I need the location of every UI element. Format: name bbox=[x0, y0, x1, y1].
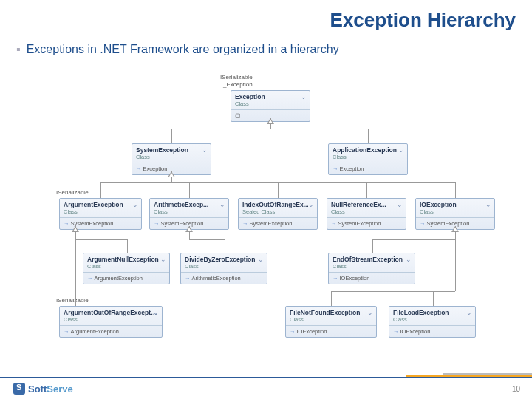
class-kind: Class bbox=[60, 316, 162, 326]
class-name: ArithmeticExcep... bbox=[150, 199, 228, 208]
chevron-icon: ⌄ bbox=[258, 256, 264, 263]
chevron-icon: ⌄ bbox=[485, 201, 491, 208]
chevron-icon: ⌄ bbox=[398, 146, 404, 154]
class-base: →IOException bbox=[286, 326, 376, 337]
label-iserializable-top: ISerializable bbox=[220, 74, 253, 81]
connector bbox=[59, 296, 75, 296]
class-kind: Class bbox=[329, 263, 415, 273]
box-argument-out-of-range: ⌄ ArgumentOutOfRangeException Class →Arg… bbox=[59, 306, 163, 338]
slide-title: Exception Hierarchy bbox=[330, 9, 516, 32]
connector bbox=[225, 239, 225, 253]
label-exception-underscore: _Exception bbox=[223, 81, 253, 88]
connector bbox=[366, 182, 367, 198]
page-number: 10 bbox=[512, 385, 520, 393]
class-base: →IOException bbox=[329, 273, 415, 284]
class-name: NullReferenceEx... bbox=[327, 199, 406, 208]
class-kind: Class bbox=[389, 316, 475, 326]
connector bbox=[331, 291, 455, 292]
box-application-exception: ⌄ ApplicationException Class →Exception bbox=[328, 143, 408, 175]
box-arithmetic-exception: ⌄ ArithmeticExcep... Class →SystemExcept… bbox=[149, 198, 229, 230]
arrowhead-icon bbox=[185, 226, 193, 232]
chevron-icon: ⌄ bbox=[308, 201, 314, 208]
brand-logo-text: SoftServe bbox=[28, 383, 73, 395]
brand-logo-icon bbox=[13, 383, 25, 395]
class-base: →Exception bbox=[329, 163, 407, 174]
connector bbox=[331, 291, 332, 306]
chevron-icon: ⌄ bbox=[160, 256, 166, 263]
slide-footer: SoftServe bbox=[0, 377, 532, 399]
box-file-load: ⌄ FileLoadException Class →IOException bbox=[389, 306, 476, 338]
connector bbox=[455, 239, 456, 291]
chevron-icon: ⌄ bbox=[397, 201, 403, 208]
box-argument-exception: ⌄ ArgumentException Class →SystemExcepti… bbox=[59, 198, 142, 230]
bullet-text: Exceptions in .NET Framework are organiz… bbox=[27, 43, 339, 55]
brand-logo: SoftServe bbox=[13, 383, 73, 395]
chevron-icon: ⌄ bbox=[202, 146, 208, 154]
class-kind: Class bbox=[329, 154, 407, 163]
class-base: →ArgumentException bbox=[83, 273, 169, 284]
arrowhead-icon bbox=[168, 171, 175, 177]
class-kind: Class bbox=[132, 154, 211, 163]
box-index-out-of-range: ⌄ IndexOutOfRangeEx... Sealed Class →Sys… bbox=[238, 198, 318, 230]
class-kind: Class bbox=[60, 208, 141, 218]
box-system-exception: ⌄ SystemException Class →Exception bbox=[132, 143, 211, 175]
connector bbox=[100, 182, 101, 198]
arrowhead-icon bbox=[267, 118, 274, 124]
arrowhead-icon bbox=[72, 226, 79, 232]
box-exception: ⌄ Exception Class ▢ bbox=[231, 90, 310, 122]
box-end-of-stream: ⌄ EndOfStreamException Class →IOExceptio… bbox=[328, 253, 415, 284]
class-name: ArgumentOutOfRangeException bbox=[60, 307, 162, 316]
box-null-reference: ⌄ NullReferenceEx... Class →SystemExcept… bbox=[327, 198, 406, 230]
connector bbox=[171, 129, 172, 143]
connector bbox=[372, 239, 373, 253]
arrowhead-icon bbox=[451, 226, 459, 232]
bullet-line: ▪Exceptions in .NET Framework are organi… bbox=[16, 43, 339, 56]
connector bbox=[75, 226, 76, 306]
class-kind: Sealed Class bbox=[239, 208, 317, 218]
connector bbox=[372, 239, 455, 240]
class-name: Exception bbox=[231, 91, 310, 100]
class-kind: Class bbox=[416, 208, 494, 218]
label-iserializable-argoor: ISerializable bbox=[56, 297, 89, 304]
class-name: ArgumentNullException bbox=[83, 253, 169, 263]
class-kind: Class bbox=[231, 100, 310, 110]
class-name: DivideByZeroException bbox=[181, 253, 267, 263]
class-base: →ArgumentException bbox=[60, 326, 162, 337]
connector bbox=[189, 182, 190, 198]
label-iserializable-arg: ISerializable bbox=[56, 189, 89, 196]
brand-part-2: Serve bbox=[47, 383, 72, 395]
class-base: →SystemException bbox=[327, 218, 406, 229]
class-kind: Class bbox=[150, 208, 228, 218]
box-argument-null: ⌄ ArgumentNullException Class →ArgumentE… bbox=[83, 253, 170, 284]
connector bbox=[433, 291, 434, 306]
chevron-icon: ⌄ bbox=[219, 201, 225, 208]
chevron-icon: ⌄ bbox=[132, 201, 138, 208]
class-kind: Class bbox=[83, 263, 169, 273]
brand-part-1: Soft bbox=[28, 383, 47, 395]
connector bbox=[171, 129, 368, 129]
bullet-icon: ▪ bbox=[16, 43, 21, 55]
class-kind: Class bbox=[286, 316, 376, 326]
class-kind: Class bbox=[327, 208, 406, 218]
connector bbox=[368, 129, 369, 143]
class-name: ArgumentException bbox=[60, 199, 141, 208]
connector bbox=[189, 239, 225, 240]
chevron-icon: ⌄ bbox=[153, 309, 159, 316]
chevron-icon: ⌄ bbox=[466, 309, 472, 316]
class-name: IOException bbox=[416, 199, 494, 208]
chevron-icon: ⌄ bbox=[367, 309, 373, 316]
class-name: FileLoadException bbox=[389, 307, 475, 316]
hierarchy-diagram: ISerializable _Exception ⌄ Exception Cla… bbox=[37, 74, 510, 369]
connector bbox=[455, 182, 456, 198]
class-kind: Class bbox=[181, 263, 267, 273]
connector bbox=[127, 239, 128, 253]
box-file-not-found: ⌄ FileNotFoundException Class →IOExcepti… bbox=[285, 306, 377, 338]
box-io-exception: ⌄ IOException Class →SystemException bbox=[415, 198, 495, 230]
class-name: FileNotFoundException bbox=[286, 307, 376, 316]
class-name: IndexOutOfRangeEx... bbox=[239, 199, 317, 208]
class-base: →ArithmeticException bbox=[181, 273, 267, 284]
connector bbox=[75, 239, 127, 240]
class-name: ApplicationException bbox=[329, 144, 407, 154]
connector bbox=[278, 182, 279, 198]
chevron-icon: ⌄ bbox=[406, 256, 412, 263]
